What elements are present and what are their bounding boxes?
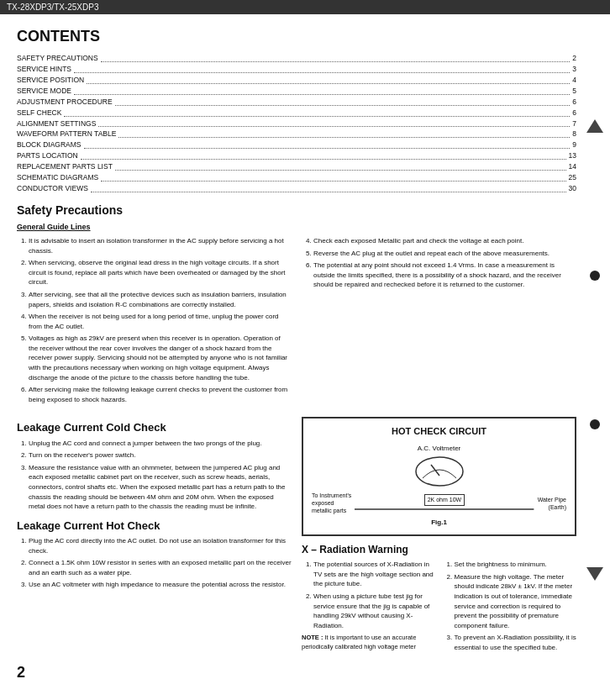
- toc-item-label: ADJUSTMENT PROCEDURE: [17, 97, 113, 108]
- wire-svg: [355, 506, 534, 513]
- x-rad-col2: Set the brightness to minimum.Measure th…: [443, 560, 577, 655]
- toc-dots: [115, 105, 571, 106]
- x-radiation-content: The potential sources of X-Radiation in …: [302, 560, 576, 655]
- toc-page-number: 8: [572, 129, 576, 139]
- toc-item-label: PARTS LOCATION: [17, 151, 78, 161]
- leakage-hot-title: Leakage Current Hot Check: [17, 518, 292, 534]
- leakage-col: Leakage Current Cold Check Unplug the AC…: [17, 413, 292, 655]
- model-label: TX-28XDP3/TX-25XDP3: [7, 3, 99, 12]
- safety-section-title: Safety Precautions: [17, 203, 576, 219]
- leakage-cold-list: Unplug the AC cord and connect a jumper …: [17, 439, 292, 512]
- page-number: 2: [17, 662, 576, 683]
- bottom-section: Leakage Current Cold Check Unplug the AC…: [17, 413, 576, 655]
- toc-page-number: 14: [569, 162, 576, 172]
- toc-row[interactable]: ALIGNMENT SETTINGS 7: [17, 119, 576, 129]
- list-item: The potential sources of X-Radiation in …: [313, 560, 436, 589]
- toc-dots: [74, 72, 570, 73]
- page-container: TX-28XDP3/TX-25XDP3 CONTENTS SAFETY PREC…: [0, 0, 610, 700]
- toc-row[interactable]: BLOCK DIAGRAMS 9: [17, 140, 576, 150]
- list-item: When servicing, observe the original lea…: [29, 258, 292, 287]
- toc-dots: [87, 83, 570, 84]
- list-item: It is advisable to insert an isolation t…: [29, 236, 292, 255]
- toc-row[interactable]: SELF CHECK 6: [17, 108, 576, 118]
- safety-list-col2: Check each exposed Metallic part and che…: [302, 236, 576, 290]
- toc-item-label: SERVICE MODE: [17, 87, 71, 97]
- x-radiation-title: X – Radiation Warning: [302, 543, 576, 557]
- toc-page-number: 25: [569, 173, 576, 183]
- list-item: To prevent an X-Radiation possibility, i…: [455, 633, 577, 652]
- toc-row[interactable]: SCHEMATIC DIAGRAMS 25: [17, 173, 576, 183]
- list-item: Reverse the AC plug at the outlet and re…: [313, 249, 576, 259]
- toc-row[interactable]: ADJUSTMENT PROCEDURE 6: [17, 97, 576, 108]
- toc-page-number: 7: [572, 119, 576, 129]
- main-content: CONTENTS SAFETY PRECAUTIONS 2 SERVICE HI…: [0, 14, 610, 695]
- x-radiation-list2: Set the brightness to minimum.Measure th…: [443, 560, 577, 652]
- toc-item-label: REPLACEMENT PARTS LIST: [17, 162, 113, 172]
- nav-dot-1: [590, 271, 600, 281]
- toc-row[interactable]: SERVICE MODE 5: [17, 87, 576, 97]
- right-navigation: [583, 0, 607, 700]
- x-prefix: X: [302, 544, 308, 555]
- toc-page-number: 6: [572, 97, 576, 108]
- waterpipe-label: Water Pipe (Earth): [538, 496, 566, 511]
- toc-dots: [101, 181, 565, 182]
- toc-page-number: 9: [572, 140, 576, 150]
- toc-row[interactable]: SAFETY PRECAUTIONS 2: [17, 54, 576, 64]
- fig-label: Fig.1: [431, 518, 447, 527]
- scroll-down-arrow[interactable]: [586, 567, 603, 581]
- list-item: Plug the AC cord directly into the AC ou…: [29, 536, 292, 555]
- toc-row[interactable]: CONDUCTOR VIEWS 30: [17, 184, 576, 194]
- hot-check-title: HOT CHECK CIRCUIT: [312, 425, 566, 438]
- toc-dots: [84, 148, 571, 149]
- list-item: After servicing make the following leaka…: [29, 385, 292, 404]
- list-item: Measure the high voltage. The meter shou…: [455, 572, 577, 631]
- list-item: Unplug the AC cord and connect a jumper …: [29, 439, 292, 449]
- toc-row[interactable]: SERVICE HINTS 3: [17, 65, 576, 75]
- leakage-cold-title: Leakage Current Cold Check: [17, 420, 292, 435]
- list-item: When using a picture tube test jig for s…: [313, 592, 436, 630]
- toc-dots: [98, 126, 570, 127]
- toc-row[interactable]: PARTS LOCATION 13: [17, 151, 576, 161]
- list-item: After servicing, see that all the protec…: [29, 290, 292, 309]
- svg-point-0: [416, 457, 463, 486]
- nav-dot-2: [590, 419, 600, 429]
- toc-page-number: 4: [572, 76, 576, 86]
- toc-page-number: 13: [569, 151, 576, 161]
- toc-dots: [81, 159, 566, 160]
- toc-dots: [101, 61, 571, 62]
- toc-item-label: WAVEFORM PATTERN TABLE: [17, 129, 116, 139]
- safety-list-col1: It is advisable to insert an isolation t…: [17, 236, 292, 405]
- toc-item-label: ALIGNMENT SETTINGS: [17, 119, 96, 129]
- toc-item-label: BLOCK DIAGRAMS: [17, 140, 82, 150]
- list-item: Set the brightness to minimum.: [455, 560, 577, 570]
- toc-page-number: 6: [572, 108, 576, 118]
- radiation-text: Radiation Warning: [319, 544, 408, 555]
- list-item: Check each exposed Metallic part and che…: [313, 236, 576, 246]
- toc-page-number: 3: [572, 65, 576, 75]
- table-of-contents: SAFETY PRECAUTIONS 2 SERVICE HINTS 3 SER…: [17, 54, 576, 194]
- x-radiation-list1: The potential sources of X-Radiation in …: [302, 560, 436, 630]
- voltmeter-label: A.C. Voltmeter: [418, 444, 461, 453]
- toc-dots: [91, 192, 566, 192]
- toc-row[interactable]: WAVEFORM PATTERN TABLE 8: [17, 129, 576, 139]
- list-item: Turn on the receiver's power switch.: [29, 450, 292, 461]
- scroll-up-arrow[interactable]: [586, 119, 603, 133]
- list-item: The potential at any point should not ex…: [313, 261, 576, 290]
- safety-col1: It is advisable to insert an isolation t…: [17, 236, 292, 408]
- resistor-label: 2K ohm 10W: [424, 494, 465, 506]
- toc-item-label: SERVICE POSITION: [17, 76, 84, 86]
- toc-dots: [115, 170, 566, 171]
- instrument-label: To Instrument's exposed metallic parts: [312, 492, 351, 514]
- x-rad-col1: The potential sources of X-Radiation in …: [302, 560, 436, 655]
- toc-item-label: CONDUCTOR VIEWS: [17, 184, 88, 194]
- list-item: Voltages as high as 29kV are present whe…: [29, 334, 292, 382]
- safety-col2: Check each exposed Metallic part and che…: [302, 236, 576, 408]
- toc-page-number: 30: [569, 184, 576, 194]
- toc-row[interactable]: REPLACEMENT PARTS LIST 14: [17, 162, 576, 172]
- x-radiation-section: X – Radiation Warning The potential sour…: [302, 543, 576, 655]
- toc-row[interactable]: SERVICE POSITION 4: [17, 76, 576, 86]
- list-item: Use an AC voltmeter with high impedance …: [29, 580, 292, 590]
- toc-page-number: 5: [572, 87, 576, 97]
- safety-content: It is advisable to insert an isolation t…: [17, 236, 576, 408]
- toc-item-label: SCHEMATIC DIAGRAMS: [17, 173, 98, 183]
